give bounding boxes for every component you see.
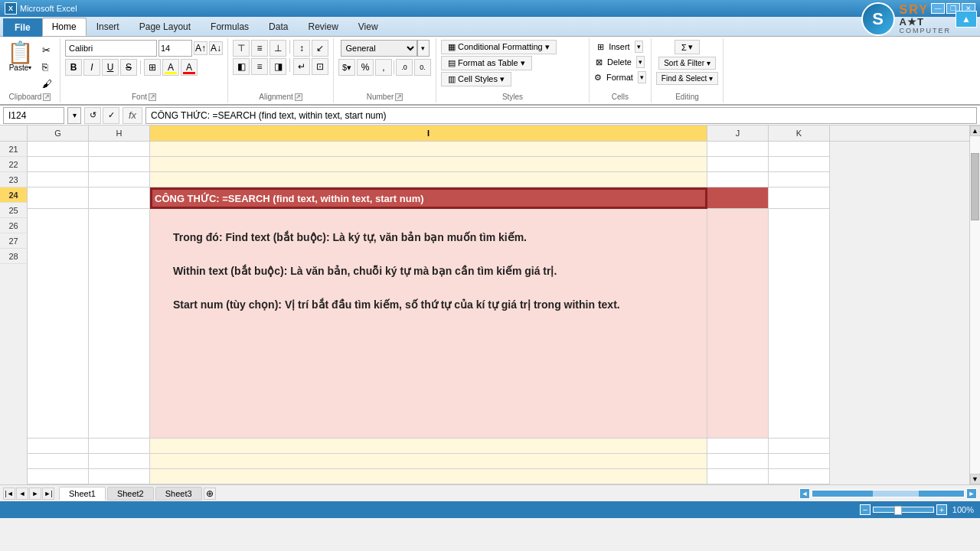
row-num-21[interactable]: 21 xyxy=(0,142,27,157)
cell-k27[interactable] xyxy=(769,454,830,469)
cell-i27[interactable] xyxy=(150,454,707,469)
row-num-25[interactable]: 25 xyxy=(0,203,27,218)
merge-center-button[interactable]: ⊡ xyxy=(312,58,328,75)
cell-ref-dropdown[interactable]: ▾ xyxy=(67,107,81,124)
sheet-last-button[interactable]: ►| xyxy=(42,487,54,500)
cell-h24[interactable] xyxy=(89,187,150,209)
col-header-g[interactable]: G xyxy=(28,126,89,141)
sheet-tab-1[interactable]: Sheet1 xyxy=(59,487,106,500)
cell-g27[interactable] xyxy=(28,454,89,469)
cell-j22[interactable] xyxy=(707,157,769,172)
row-num-27[interactable]: 27 xyxy=(0,233,27,249)
comma-button[interactable]: , xyxy=(375,59,392,76)
format-as-table-button[interactable]: ▤ Format as Table ▾ xyxy=(441,56,532,70)
sheet-tab-2[interactable]: Sheet2 xyxy=(107,487,154,500)
cell-h25[interactable] xyxy=(89,209,150,439)
h-scroll-left[interactable]: ◄ xyxy=(799,488,810,499)
alignment-expand-btn[interactable]: ↗ xyxy=(295,93,302,101)
wrap-text-button[interactable]: ↵ xyxy=(293,58,310,75)
font-color-button[interactable]: A xyxy=(181,59,198,76)
delete-dropdown[interactable]: ▾ xyxy=(636,56,645,68)
tab-formulas[interactable]: Formulas xyxy=(201,18,259,36)
right-align-button[interactable]: ◨ xyxy=(270,58,286,75)
cell-k28[interactable] xyxy=(769,469,830,484)
cell-k24[interactable] xyxy=(769,187,830,209)
increase-font-button[interactable]: A↑ xyxy=(194,41,207,55)
cell-reference-box[interactable]: I124 xyxy=(3,107,64,124)
cell-g24[interactable] xyxy=(28,187,89,209)
sheet-prev-button[interactable]: ◄ xyxy=(16,487,28,500)
scroll-down-button[interactable]: ▼ xyxy=(970,474,981,484)
h-scroll-thumb[interactable] xyxy=(873,491,918,497)
number-expand-btn[interactable]: ↗ xyxy=(395,93,403,101)
bold-button[interactable]: B xyxy=(65,59,82,76)
row-num-28[interactable]: 28 xyxy=(0,249,27,264)
cell-g22[interactable] xyxy=(28,157,89,172)
cell-j27[interactable] xyxy=(707,454,769,469)
h-scroll-track[interactable] xyxy=(812,490,965,497)
dec-increase-button[interactable]: .0 xyxy=(396,59,413,76)
percent-button[interactable]: % xyxy=(357,59,374,76)
cell-j25[interactable] xyxy=(707,209,769,439)
clipboard-expand-btn[interactable]: ↗ xyxy=(43,93,51,101)
cell-h28[interactable] xyxy=(89,469,150,484)
copy-button[interactable]: ⎘ xyxy=(39,60,55,74)
enter-formula-button[interactable]: ✓ xyxy=(103,107,119,124)
tab-page-layout[interactable]: Page Layout xyxy=(129,18,201,36)
col-header-k[interactable]: K xyxy=(769,126,830,141)
insert-button[interactable]: Insert xyxy=(605,40,634,54)
cell-i25-content[interactable]: Trong đó: Find text (bắt buộc): Là ký tự… xyxy=(150,209,707,439)
cell-i26[interactable] xyxy=(150,439,707,454)
cell-k25[interactable] xyxy=(769,209,830,439)
indent-dec-button[interactable]: ↙ xyxy=(312,40,328,57)
formula-input[interactable] xyxy=(145,107,977,124)
tab-insert[interactable]: Insert xyxy=(87,18,129,36)
sheet-add-button[interactable]: ⊕ xyxy=(204,487,216,500)
sheet-next-button[interactable]: ► xyxy=(29,487,41,500)
italic-button[interactable]: I xyxy=(83,59,100,76)
cell-j28[interactable] xyxy=(707,469,769,484)
cell-g21[interactable] xyxy=(28,142,89,157)
cell-j24[interactable] xyxy=(707,187,769,209)
zoom-slider[interactable] xyxy=(873,507,934,513)
center-align-button[interactable]: ≡ xyxy=(251,58,268,75)
cell-h26[interactable] xyxy=(89,439,150,454)
tab-review[interactable]: Review xyxy=(298,18,348,36)
number-format-select[interactable]: General xyxy=(341,40,417,57)
cell-j26[interactable] xyxy=(707,439,769,454)
middle-align-button[interactable]: ≡ xyxy=(251,40,268,57)
cell-g26[interactable] xyxy=(28,439,89,454)
format-button[interactable]: Format xyxy=(603,70,637,84)
left-align-button[interactable]: ◧ xyxy=(233,58,250,75)
cut-button[interactable]: ✂ xyxy=(39,43,55,57)
cell-k23[interactable] xyxy=(769,172,830,187)
scroll-track[interactable] xyxy=(970,142,980,474)
cell-i21[interactable] xyxy=(150,142,707,157)
cell-g23[interactable] xyxy=(28,172,89,187)
ribbon-collapse-btn[interactable]: ▲ xyxy=(956,11,977,28)
conditional-formatting-button[interactable]: ▦ Conditional Formatting ▾ xyxy=(441,40,557,54)
border-button[interactable]: ⊞ xyxy=(144,59,161,76)
scroll-thumb[interactable] xyxy=(971,153,979,220)
col-header-i[interactable]: I xyxy=(150,126,707,141)
sheet-tab-3[interactable]: Sheet3 xyxy=(155,487,202,500)
cell-h23[interactable] xyxy=(89,172,150,187)
cell-h21[interactable] xyxy=(89,142,150,157)
cell-k26[interactable] xyxy=(769,439,830,454)
font-name-input[interactable] xyxy=(65,40,157,57)
cell-i22[interactable] xyxy=(150,157,707,172)
cell-k21[interactable] xyxy=(769,142,830,157)
format-dropdown[interactable]: ▾ xyxy=(638,71,646,83)
tab-data[interactable]: Data xyxy=(259,18,298,36)
paste-button[interactable]: 📋 Paste▾ xyxy=(5,40,36,74)
row-num-23[interactable]: 23 xyxy=(0,172,27,187)
text-direction-button[interactable]: ↕ xyxy=(293,40,310,57)
cell-g28[interactable] xyxy=(28,469,89,484)
font-expand-btn[interactable]: ↗ xyxy=(149,93,156,101)
col-header-h[interactable]: H xyxy=(89,126,150,141)
decrease-font-button[interactable]: A↓ xyxy=(209,41,223,55)
zoom-out-button[interactable]: − xyxy=(860,504,871,515)
fill-color-button[interactable]: A xyxy=(162,59,179,76)
zoom-in-button[interactable]: + xyxy=(936,504,947,515)
vertical-scrollbar[interactable]: ▲ ▼ xyxy=(969,142,980,484)
